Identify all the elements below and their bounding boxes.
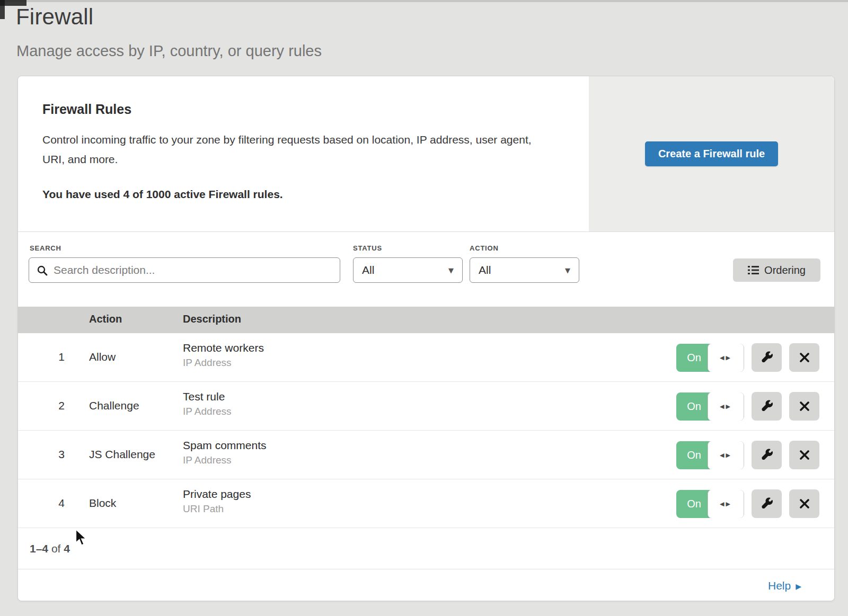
rule-match-type: URI Path (183, 503, 251, 515)
rule-match-type: IP Address (183, 454, 267, 466)
delete-rule-button[interactable] (789, 392, 819, 421)
rule-enabled-toggle[interactable]: On ◀▶ (676, 441, 744, 469)
rule-controls: On ◀▶ (676, 489, 819, 518)
edit-rule-button[interactable] (752, 489, 782, 518)
chevron-down-icon: ▼ (448, 266, 454, 274)
toggle-on-label: On (676, 392, 712, 421)
page-title: Firewall (16, 4, 93, 30)
wrench-icon (760, 351, 774, 364)
toggle-arrows-icon: ◀▶ (720, 501, 732, 507)
delete-rule-button[interactable] (789, 441, 819, 469)
wrench-icon (760, 448, 774, 462)
pagination: 1–4 of 4 (18, 528, 834, 569)
toggle-knob: ◀▶ (708, 344, 744, 372)
toggle-arrows-icon: ◀▶ (720, 354, 732, 361)
rule-description-title: Spam comments (183, 439, 267, 452)
delete-rule-button[interactable] (789, 489, 819, 518)
help-arrow-icon: ▶ (796, 581, 801, 591)
rule-priority: 4 (50, 497, 73, 510)
rule-controls: On ◀▶ (676, 343, 819, 372)
top-edge-artifact (0, 0, 848, 2)
close-icon (799, 498, 810, 510)
rule-priority: 3 (50, 448, 73, 461)
rule-description-title: Remote workers (183, 342, 264, 354)
table-row: 2 Challenge Test rule IP Address On ◀▶ (18, 382, 834, 431)
help-link[interactable]: Help ▶ (768, 579, 801, 592)
close-icon (799, 400, 810, 412)
rule-match-type: IP Address (183, 357, 264, 369)
search-box[interactable] (29, 257, 340, 283)
column-header-description: Description (183, 313, 241, 325)
rule-description-title: Test rule (183, 390, 232, 403)
pagination-total: 4 (64, 542, 70, 555)
rule-description: Private pages URI Path (183, 488, 251, 515)
status-select-value: All (362, 264, 374, 276)
search-input[interactable] (54, 264, 332, 276)
rule-description-title: Private pages (183, 488, 251, 501)
create-firewall-rule-button[interactable]: Create a Firewall rule (645, 141, 778, 166)
search-icon (37, 265, 48, 276)
status-label: STATUS (353, 244, 382, 252)
ordering-button-label: Ordering (764, 264, 806, 276)
wrench-icon (760, 497, 774, 511)
rules-usage-count: You have used 4 of 1000 active Firewall … (42, 188, 567, 201)
firewall-page: { "page": { "title": "Firewall", "subtit… (0, 0, 848, 616)
rule-priority: 1 (50, 351, 73, 363)
table-row: 4 Block Private pages URI Path On ◀▶ (18, 479, 834, 528)
table-row: 1 Allow Remote workers IP Address On ◀▶ (18, 333, 834, 382)
rule-action: Allow (89, 351, 116, 363)
ordering-button[interactable]: Ordering (733, 258, 820, 282)
edit-rule-button[interactable] (752, 392, 782, 421)
filter-bar: SEARCH STATUS All ▼ ACTION All ▼ (18, 232, 834, 307)
rule-enabled-toggle[interactable]: On ◀▶ (676, 392, 744, 421)
rule-controls: On ◀▶ (676, 441, 819, 469)
rule-description: Test rule IP Address (183, 390, 232, 417)
firewall-rules-card: Firewall Rules Control incoming traffic … (17, 76, 835, 601)
toggle-knob: ◀▶ (708, 392, 744, 421)
rule-controls: On ◀▶ (676, 392, 819, 421)
toggle-arrows-icon: ◀▶ (720, 452, 732, 459)
table-row: 3 JS Challenge Spam comments IP Address … (18, 431, 834, 479)
help-link-label: Help (768, 579, 791, 592)
rule-match-type: IP Address (183, 406, 232, 417)
table-header: Action Description (18, 307, 834, 333)
pagination-of: of (48, 542, 64, 555)
rules-description: Control incoming traffic to your zone by… (42, 130, 546, 169)
action-label: ACTION (470, 244, 499, 252)
delete-rule-button[interactable] (789, 343, 819, 372)
close-icon (799, 352, 810, 363)
list-ordering-icon (748, 265, 759, 275)
chevron-down-icon: ▼ (565, 266, 570, 274)
toggle-arrows-icon: ◀▶ (720, 403, 732, 410)
rules-card-header-text: Firewall Rules Control incoming traffic … (42, 102, 567, 201)
rule-enabled-toggle[interactable]: On ◀▶ (676, 490, 744, 518)
rule-enabled-toggle[interactable]: On ◀▶ (676, 344, 744, 372)
toggle-knob: ◀▶ (708, 441, 744, 469)
toggle-on-label: On (676, 441, 712, 469)
create-rule-panel: Create a Firewall rule (589, 76, 834, 231)
pagination-range: 1–4 (30, 542, 48, 555)
close-icon (799, 449, 810, 461)
action-select-value: All (479, 264, 491, 276)
rule-action: Block (89, 497, 116, 510)
toggle-on-label: On (676, 490, 712, 518)
wrench-icon (760, 399, 774, 413)
rule-description: Spam comments IP Address (183, 439, 267, 466)
card-footer: Help ▶ (18, 569, 834, 601)
status-select[interactable]: All ▼ (353, 257, 463, 283)
rules-title: Firewall Rules (42, 102, 567, 117)
edit-rule-button[interactable] (752, 441, 782, 469)
column-header-action: Action (89, 313, 122, 325)
page-subtitle: Manage access by IP, country, or query r… (16, 42, 322, 60)
action-select[interactable]: All ▼ (470, 257, 579, 283)
search-label: SEARCH (30, 244, 61, 252)
toggle-on-label: On (676, 344, 712, 372)
corner-artifact (0, 0, 5, 19)
rule-priority: 2 (50, 399, 73, 412)
rule-description: Remote workers IP Address (183, 342, 264, 369)
rules-card-header: Firewall Rules Control incoming traffic … (18, 76, 834, 232)
edit-rule-button[interactable] (752, 343, 782, 372)
toggle-knob: ◀▶ (708, 490, 744, 518)
rule-action: Challenge (89, 399, 139, 412)
rule-action: JS Challenge (89, 448, 155, 461)
